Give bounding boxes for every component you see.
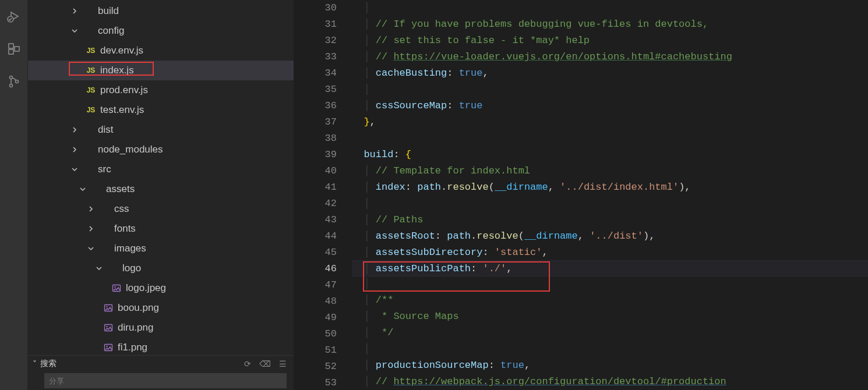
folder-item[interactable]: assets xyxy=(28,179,294,199)
file-item[interactable]: JSprod.env.js xyxy=(28,80,294,100)
svg-point-11 xyxy=(106,306,107,307)
svg-rect-4 xyxy=(15,47,19,51)
tree-item-label: test.env.js xyxy=(100,104,144,116)
svg-point-15 xyxy=(106,346,107,347)
folder-item[interactable]: dist xyxy=(28,120,294,140)
folder-item[interactable]: node_modules xyxy=(28,140,294,159)
svg-point-5 xyxy=(10,76,13,79)
file-item[interactable]: JSdev.env.js xyxy=(28,41,294,61)
svg-point-9 xyxy=(114,286,115,288)
chevron-down-icon[interactable] xyxy=(94,265,104,272)
collapse-icon[interactable]: ☰ xyxy=(279,359,287,368)
js-file-icon: JS xyxy=(85,47,97,55)
line-number-gutter: 30 31 32 33 34 35 36 37 38 39 40 41 42 4… xyxy=(294,0,352,390)
folder-item[interactable]: build xyxy=(28,1,294,21)
tree-item-label: css xyxy=(114,203,129,215)
svg-point-6 xyxy=(10,84,13,87)
chevron-down-icon[interactable]: ˅ xyxy=(33,359,37,368)
extensions-icon[interactable] xyxy=(0,35,28,63)
search-panel-label: 搜索 xyxy=(40,359,57,369)
tree-item-label: dev.env.js xyxy=(100,45,143,56)
debug-icon[interactable] xyxy=(0,2,28,30)
tree-item-label: dist xyxy=(98,124,113,136)
file-item[interactable]: JSindex.js xyxy=(28,61,294,80)
image-file-icon xyxy=(103,303,114,313)
tree-item-label: images xyxy=(114,243,146,254)
chevron-right-icon[interactable] xyxy=(70,146,79,153)
image-file-icon xyxy=(111,283,122,293)
js-file-icon: JS xyxy=(85,86,97,94)
tree-item-label: fonts xyxy=(114,223,136,235)
image-file-icon xyxy=(103,323,114,332)
js-file-icon: JS xyxy=(85,106,97,114)
tree-item-label: fi1.png xyxy=(118,342,147,353)
tree-item-label: config xyxy=(98,25,124,37)
chevron-right-icon[interactable] xyxy=(86,205,96,212)
tree-item-label: build xyxy=(98,5,119,17)
tree-item-label: logo.jpeg xyxy=(126,282,166,294)
svg-rect-3 xyxy=(9,49,13,54)
tree-item-label: assets xyxy=(106,183,135,195)
image-file-icon xyxy=(103,343,114,352)
folder-item[interactable]: config xyxy=(28,21,294,41)
search-input[interactable] xyxy=(44,373,287,388)
file-item[interactable]: logo.jpeg xyxy=(28,278,294,298)
refresh-icon[interactable]: ⟳ xyxy=(244,359,251,368)
search-panel: ˅ 搜索 ⟳ ⌫ ☰ xyxy=(28,355,294,390)
file-item[interactable]: boou.png xyxy=(28,298,294,318)
chevron-down-icon[interactable] xyxy=(86,245,96,252)
chevron-down-icon[interactable] xyxy=(78,186,87,193)
code-area[interactable]: │ │ // If you have problems debugging vu… xyxy=(352,0,868,390)
js-file-icon: JS xyxy=(85,66,97,75)
chevron-right-icon[interactable] xyxy=(70,126,79,133)
tree-item-label: logo xyxy=(122,263,141,274)
chevron-right-icon[interactable] xyxy=(86,225,96,232)
tree-item-label: node_modules xyxy=(98,144,163,155)
folder-item[interactable]: logo xyxy=(28,258,294,278)
tree-item-label: diru.png xyxy=(118,322,153,334)
svg-point-13 xyxy=(106,326,107,327)
clear-icon[interactable]: ⌫ xyxy=(259,359,271,368)
tree-item-label: index.js xyxy=(100,65,134,76)
tree-item-label: boou.png xyxy=(118,302,159,314)
tree-item-label: src xyxy=(98,164,111,175)
code-editor[interactable]: 30 31 32 33 34 35 36 37 38 39 40 41 42 4… xyxy=(294,0,868,390)
activity-bar xyxy=(0,0,28,390)
svg-rect-2 xyxy=(9,44,13,48)
file-item[interactable]: diru.png xyxy=(28,318,294,338)
file-item[interactable]: fi1.png xyxy=(28,338,294,355)
scm-icon[interactable] xyxy=(0,68,28,95)
folder-item[interactable]: fonts xyxy=(28,219,294,239)
file-tree[interactable]: buildconfigJSdev.env.jsJSindex.jsJSprod.… xyxy=(28,0,294,355)
chevron-right-icon[interactable] xyxy=(70,8,79,15)
chevron-down-icon[interactable] xyxy=(70,166,79,173)
folder-item[interactable]: images xyxy=(28,239,294,258)
file-explorer-sidebar: buildconfigJSdev.env.jsJSindex.jsJSprod.… xyxy=(28,0,294,390)
folder-item[interactable]: css xyxy=(28,199,294,219)
folder-item[interactable]: src xyxy=(28,159,294,179)
tree-item-label: prod.env.js xyxy=(100,84,148,96)
chevron-down-icon[interactable] xyxy=(70,27,79,34)
file-item[interactable]: JStest.env.js xyxy=(28,100,294,120)
